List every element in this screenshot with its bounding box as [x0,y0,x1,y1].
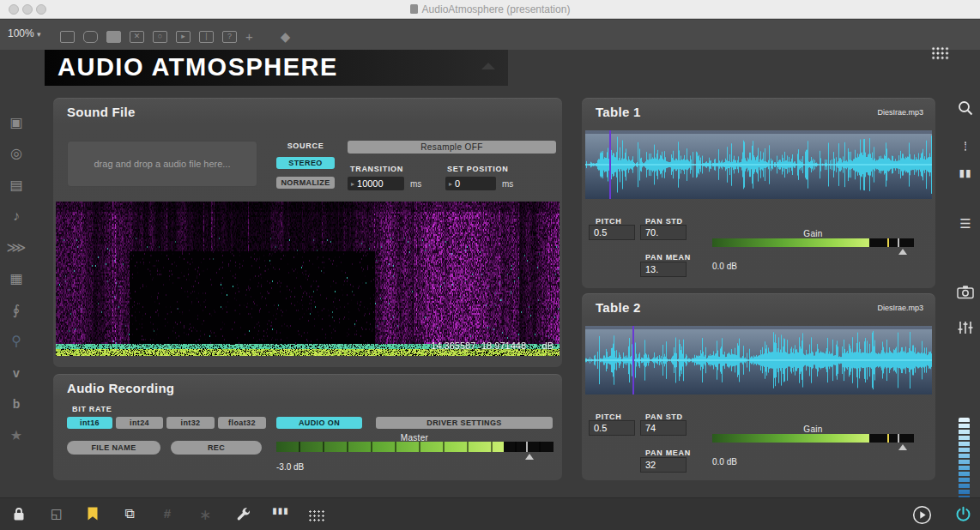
driver-settings-button[interactable]: DRIVER SETTINGS [376,417,553,429]
play-button[interactable] [912,505,932,528]
gain-fill [712,434,869,443]
info-icon[interactable]: i [954,137,977,153]
transition-label: TRANSITION [350,165,403,173]
resample-button[interactable]: Resample OFF [348,141,556,154]
master-gain-marker[interactable] [525,454,534,460]
record-icon[interactable]: ◎ [6,146,27,161]
dial-icon[interactable]: ○ [153,31,167,43]
gain-marker[interactable] [898,249,907,255]
object-toolbar: ✕○▸|?+◆ [60,28,299,44]
stereo-button[interactable]: STEREO [276,157,335,169]
music-note-icon[interactable]: ♪ [6,208,27,224]
list-view-icon[interactable]: ☰ [954,216,977,232]
comment-icon[interactable] [106,31,121,43]
gain-label: Gain [712,425,914,434]
select-region-icon[interactable]: ◱ [46,506,67,521]
table-waveform-canvas-2[interactable] [585,326,932,394]
sound-file-panel: Sound File drag and drop a audio file he… [53,98,562,367]
object-box-icon[interactable] [60,31,75,43]
pitch-numberbox[interactable]: 0.5 [589,225,635,240]
presentation-flag-icon[interactable] [82,506,103,525]
bitrate-int24-button[interactable]: int24 [116,417,163,429]
top-toolbar: 100% ▾ ✕○▸|?+◆ [0,20,980,50]
playbar-icon[interactable]: ▸ [176,31,191,43]
mixer-icon[interactable] [954,319,977,340]
step-sequencer-icon[interactable]: ⋙ [6,240,27,256]
file-name-button[interactable]: FILE NAME [67,441,160,455]
power-icon[interactable] [954,505,972,527]
pan-mean-numberbox[interactable]: 32 [640,457,687,473]
sound-file-panel-title: Sound File [67,105,136,119]
numbox-arrow-icon: ▸ [351,180,354,188]
pan-std-numberbox[interactable]: 74 [640,420,687,436]
bitrate-int16-button[interactable]: int16 [67,417,112,429]
audio-recording-panel-title: Audio Recording [67,381,174,395]
keyboard-icon[interactable]: ▤ [6,178,27,193]
table-waveform-canvas-1[interactable] [585,130,932,199]
set-position-numberbox[interactable]: ▸0 [445,177,496,190]
document-icon [410,4,418,14]
master-level-value: -3.0 dB [276,462,304,472]
table2-title: Table 2 [596,300,641,315]
package-icon[interactable]: ▣ [6,115,27,130]
layers-icon[interactable]: ⧉ [119,506,140,521]
table1-file-label: DiesIrae.mp3 [877,108,923,117]
gain-slider[interactable] [712,434,914,443]
audio-on-button[interactable]: AUDIO ON [276,417,362,429]
toggle-icon[interactable]: ✕ [130,31,144,43]
table2-panel: Table 2 DiesIrae.mp3 PITCH 0.5 PAN STD 7… [582,293,935,480]
grid-icon[interactable]: # [157,506,178,521]
gain-value: 0.0 dB [712,457,737,467]
paint-bucket-icon[interactable]: ◆ [281,31,291,43]
pan-std-numberbox[interactable]: 70. [640,225,687,240]
image-icon[interactable]: ▦ [6,271,27,286]
audio-dropzone[interactable]: drag and drop a audio file here... [67,141,257,187]
vizzie-icon[interactable]: v [6,365,27,381]
gain-value: 0.0 dB [712,262,737,271]
slider-icon[interactable]: | [199,31,214,43]
spectrogram-canvas[interactable] [56,202,560,356]
gain-tick-gray [898,238,899,247]
search-icon[interactable] [954,99,977,120]
lock-icon[interactable] [9,506,29,525]
set-position-label: SET POSITION [447,165,508,173]
bit-rate-label: BIT RATE [72,405,112,413]
numbox-arrow-icon: ▸ [449,180,452,188]
star-icon[interactable]: ★ [6,428,27,443]
transition-numberbox[interactable]: ▸10000 [348,177,404,190]
gain-fill [712,238,869,247]
pan-mean-numberbox[interactable]: 13. [640,262,687,277]
bitrate-int32-button[interactable]: int32 [166,417,215,429]
wrench-icon[interactable] [233,506,253,525]
spectrogram-readout: 14.365587 -18.971448 [431,340,526,351]
columns-icon[interactable]: ▮▮▮ [270,506,291,515]
add-object-icon[interactable]: + [245,31,253,43]
zoom-control[interactable]: 100% ▾ [8,27,41,39]
rec-button[interactable]: REC [171,441,262,455]
object-palette-icon[interactable] [931,46,949,60]
dot-grid-icon[interactable] [308,509,325,521]
table1-panel: Table 1 DiesIrae.mp3 PITCH 0.5 PAN STD 7… [582,98,935,288]
gain-tick-gray [898,434,899,443]
patching-icon[interactable]: ∗ [195,506,215,524]
bitrate-float32-button[interactable]: float32 [218,417,266,429]
app-banner: AUDIO ATMOSPHERE [45,49,508,86]
app-title: AUDIO ATMOSPHERE [45,49,508,86]
pitch-numberbox[interactable]: 0.5 [589,420,635,436]
camera-icon[interactable] [954,285,977,303]
audio-plug-icon[interactable]: ⚲ [6,334,27,349]
caret-down-icon: ▾ [37,30,41,39]
window-title: AudioAtmosphere (presentation) [0,0,980,19]
columns-view-icon[interactable]: ▮▮ [954,167,977,179]
gain-slider[interactable] [712,238,914,247]
audio-recording-panel: Audio Recording BIT RATE int16 int24 int… [53,374,562,480]
message-box-icon[interactable] [83,31,98,43]
normalize-button[interactable]: NORMALIZE [276,177,335,189]
output-level-meter [959,418,970,503]
beap-icon[interactable]: b [6,396,27,412]
metro-icon[interactable]: ? [222,31,237,43]
table1-title: Table 1 [596,105,641,119]
gain-marker[interactable] [898,444,907,450]
source-label: SOURCE [271,142,340,150]
paperclip-icon[interactable]: ∮ [6,303,27,318]
